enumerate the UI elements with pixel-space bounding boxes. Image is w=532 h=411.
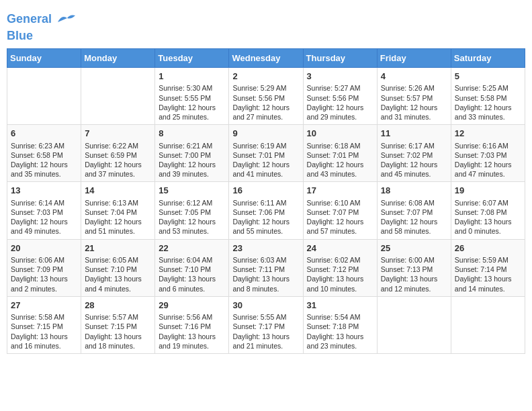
day-info: Sunrise: 6:06 AM (11, 255, 77, 265)
day-number: 5 (455, 71, 521, 83)
calendar-cell: 25Sunrise: 6:00 AMSunset: 7:13 PMDayligh… (377, 239, 451, 296)
day-info: Sunset: 7:10 PM (159, 265, 225, 274)
day-info: and 58 minutes. (381, 226, 447, 236)
calendar-week-5: 27Sunrise: 5:58 AMSunset: 7:15 PMDayligh… (7, 296, 525, 353)
calendar-cell: 9Sunrise: 6:19 AMSunset: 7:01 PMDaylight… (229, 125, 303, 182)
day-info: Sunrise: 5:55 AM (232, 312, 299, 322)
day-number: 27 (11, 300, 77, 312)
day-info: Sunset: 7:01 PM (232, 150, 299, 160)
day-info: Sunrise: 6:03 AM (232, 255, 299, 265)
day-info: Sunrise: 6:08 AM (381, 198, 447, 208)
day-info: Sunset: 7:07 PM (381, 208, 447, 217)
day-info: Daylight: 12 hours (381, 103, 447, 112)
day-number: 15 (159, 185, 225, 197)
calendar-cell: 3Sunrise: 5:27 AMSunset: 5:56 PMDaylight… (303, 67, 377, 124)
calendar-cell: 28Sunrise: 5:57 AMSunset: 7:15 PMDayligh… (81, 296, 155, 353)
day-info: Daylight: 13 hours (455, 274, 521, 283)
day-info: Sunrise: 6:16 AM (455, 141, 521, 150)
calendar-header-row: SundayMondayTuesdayWednesdayThursdayFrid… (7, 48, 525, 67)
day-info: Sunset: 7:09 PM (11, 265, 77, 274)
calendar-cell: 6Sunrise: 6:23 AMSunset: 6:58 PMDaylight… (7, 125, 81, 182)
day-number: 14 (85, 185, 151, 197)
day-info: Sunrise: 5:29 AM (232, 83, 299, 93)
day-info: Sunrise: 5:26 AM (381, 83, 447, 93)
day-info: Daylight: 12 hours (381, 160, 447, 169)
calendar-cell: 30Sunrise: 5:55 AMSunset: 7:17 PMDayligh… (229, 296, 303, 353)
day-number: 4 (381, 71, 447, 83)
day-info: Sunrise: 5:30 AM (159, 83, 225, 93)
day-number: 3 (307, 71, 373, 83)
calendar-cell: 10Sunrise: 6:18 AMSunset: 7:01 PMDayligh… (303, 125, 377, 182)
weekday-header-saturday: Saturday (451, 48, 525, 67)
weekday-header-tuesday: Tuesday (155, 48, 229, 67)
day-info: Sunrise: 6:23 AM (11, 141, 77, 150)
calendar-cell: 1Sunrise: 5:30 AMSunset: 5:55 PMDaylight… (155, 67, 229, 124)
day-info: Sunrise: 6:22 AM (85, 141, 151, 150)
calendar-cell: 12Sunrise: 6:16 AMSunset: 7:03 PMDayligh… (451, 125, 525, 182)
day-number: 29 (159, 300, 225, 312)
day-info: Sunset: 7:03 PM (11, 208, 77, 217)
day-info: Sunrise: 6:13 AM (85, 198, 151, 208)
calendar-cell (81, 67, 155, 124)
day-info: Daylight: 12 hours (11, 217, 77, 226)
day-info: and 45 minutes. (381, 169, 447, 179)
day-info: and 23 minutes. (307, 341, 373, 351)
day-number: 25 (381, 242, 447, 255)
day-info: Daylight: 13 hours (11, 332, 77, 341)
day-info: Sunset: 7:13 PM (381, 265, 447, 274)
calendar-cell: 19Sunrise: 6:07 AMSunset: 7:08 PMDayligh… (451, 182, 525, 239)
day-info: Sunset: 7:17 PM (232, 322, 299, 331)
day-info: Sunrise: 6:05 AM (85, 255, 151, 265)
day-info: and 14 minutes. (455, 284, 521, 293)
day-number: 30 (232, 300, 299, 312)
day-number: 13 (11, 185, 77, 197)
day-info: Sunrise: 6:07 AM (455, 198, 521, 208)
day-info: and 10 minutes. (307, 284, 373, 293)
day-info: Daylight: 13 hours (159, 332, 225, 341)
day-info: Daylight: 13 hours (159, 274, 225, 283)
day-info: Sunrise: 6:18 AM (307, 141, 373, 150)
day-number: 18 (381, 185, 447, 197)
logo: General Blue (7, 9, 77, 43)
calendar-cell (451, 296, 525, 353)
calendar-cell (377, 296, 451, 353)
weekday-header-thursday: Thursday (303, 48, 377, 67)
calendar-table: SundayMondayTuesdayWednesdayThursdayFrid… (7, 48, 525, 354)
day-info: and 39 minutes. (159, 169, 225, 179)
logo-blue: Blue (7, 29, 33, 42)
day-info: Daylight: 12 hours (159, 217, 225, 226)
day-info: Daylight: 13 hours (307, 274, 373, 283)
logo-bird-icon (56, 9, 77, 30)
calendar-cell: 8Sunrise: 6:21 AMSunset: 7:00 PMDaylight… (155, 125, 229, 182)
day-info: and 55 minutes. (232, 226, 299, 236)
day-info: Sunset: 7:11 PM (232, 265, 299, 274)
calendar-week-2: 6Sunrise: 6:23 AMSunset: 6:58 PMDaylight… (7, 125, 525, 182)
day-info: Sunset: 7:05 PM (159, 208, 225, 217)
day-info: Sunrise: 6:10 AM (307, 198, 373, 208)
day-info: and 6 minutes. (159, 284, 225, 293)
day-number: 17 (307, 185, 373, 197)
day-number: 10 (307, 128, 373, 140)
calendar-cell: 13Sunrise: 6:14 AMSunset: 7:03 PMDayligh… (7, 182, 81, 239)
day-info: Sunrise: 5:59 AM (455, 255, 521, 265)
day-info: Sunset: 6:58 PM (11, 150, 77, 160)
day-info: Sunrise: 6:14 AM (11, 198, 77, 208)
day-info: Daylight: 12 hours (381, 217, 447, 226)
day-info: and 12 minutes. (381, 284, 447, 293)
calendar-cell: 31Sunrise: 5:54 AMSunset: 7:18 PMDayligh… (303, 296, 377, 353)
day-info: Sunrise: 5:58 AM (11, 312, 77, 322)
day-number: 6 (11, 128, 77, 140)
day-info: Sunrise: 5:27 AM (307, 83, 373, 93)
day-info: Daylight: 12 hours (455, 103, 521, 112)
day-info: Sunset: 7:08 PM (455, 208, 521, 217)
day-info: and 25 minutes. (159, 112, 225, 122)
day-number: 19 (455, 185, 521, 197)
calendar-cell: 27Sunrise: 5:58 AMSunset: 7:15 PMDayligh… (7, 296, 81, 353)
day-info: Daylight: 13 hours (455, 217, 521, 226)
day-number: 12 (455, 128, 521, 140)
day-info: Sunset: 5:56 PM (232, 93, 299, 103)
day-info: Daylight: 12 hours (232, 160, 299, 169)
day-info: Sunset: 5:58 PM (455, 93, 521, 103)
weekday-header-sunday: Sunday (7, 48, 81, 67)
day-info: Sunrise: 5:54 AM (307, 312, 373, 322)
